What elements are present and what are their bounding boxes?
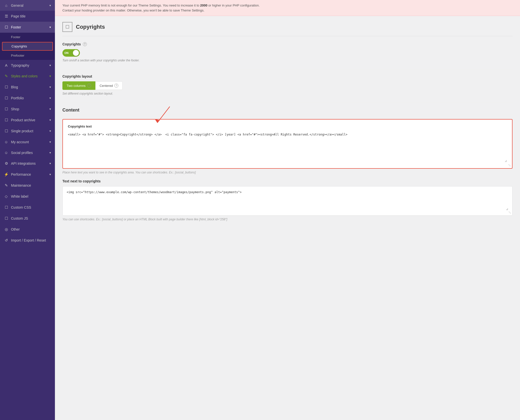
alert-text: Your current PHP memory limit is not eno… [62, 3, 260, 7]
sidebar-sub-footer[interactable]: Footer [0, 33, 55, 41]
chevron-portfolio: ▾ [49, 96, 51, 100]
layout-buttons-group: Two columns ? Centered ? [62, 81, 513, 90]
centered-help-icon[interactable]: ? [114, 84, 118, 88]
performance-icon: ⚡ [4, 172, 8, 177]
custom-js-icon: ☐ [4, 216, 8, 221]
arrow-annotation-container: Copyrights text <small> <a href="#"> <st… [62, 119, 513, 169]
sidebar-label-api: API integrations [11, 161, 36, 165]
centered-label: Centered [100, 84, 113, 88]
sidebar-label-product-archive: Product archive [11, 118, 35, 122]
sidebar-item-maintenance[interactable]: ✎ Maintenance [0, 180, 55, 191]
footer-icon: ☐ [4, 25, 8, 29]
sidebar-item-typography[interactable]: A Typography ▾ [0, 60, 55, 71]
chevron-performance: ▾ [49, 173, 51, 176]
chevron-social-profiles: ▾ [49, 151, 51, 154]
white-label-icon: ◇ [4, 194, 8, 199]
copyrights-text-input[interactable]: <small> <a href="#"> <strong>Copyright</… [68, 132, 507, 162]
copyrights-label: Copyrights ? [62, 42, 513, 46]
sidebar-item-import-export[interactable]: ↺ Import / Export / Reset [0, 235, 55, 246]
copyrights-help-icon[interactable]: ? [83, 42, 87, 46]
sidebar-item-general[interactable]: ⌂ General ▾ [0, 0, 55, 11]
copyrights-toggle-section: Copyrights ? ON Turn on/off a section wi… [62, 42, 513, 62]
text-next-label: Text next to copyrights [62, 179, 513, 183]
sidebar-item-single-product[interactable]: ☐ Single product ▾ [0, 126, 55, 137]
sidebar-label-page-title: Page title [11, 14, 25, 18]
chevron-shop: ▾ [49, 107, 51, 111]
red-arrow-annotation [147, 105, 177, 125]
content-area: ☐ Copyrights Copyrights ? ON Turn on/off… [55, 16, 520, 420]
page-header: ☐ Copyrights [62, 22, 513, 36]
sidebar-label-single-product: Single product [11, 129, 33, 133]
alert-line2: Contact your hosting provider on this ma… [62, 8, 204, 12]
sidebar-label-maintenance: Maintenance [11, 183, 31, 187]
chevron-typography: ▾ [49, 64, 51, 67]
page-icon: ☐ [62, 22, 72, 32]
sidebar-label-social-profiles: Social profiles [11, 151, 33, 155]
chevron-footer: ▾ [49, 25, 51, 29]
sidebar-item-custom-js[interactable]: ☐ Custom JS [0, 213, 55, 224]
text-next-input[interactable]: <img src="https://www.example.com/wp-con… [67, 190, 508, 210]
sidebar-item-styles-colors[interactable]: ✎ Styles and colors ▾ [0, 71, 55, 82]
layout-label: Copyrights layout [62, 74, 513, 78]
chevron-product-archive: ▾ [49, 118, 51, 122]
layout-desc: Set different copyrights section layout. [62, 92, 513, 95]
toggle-label: ON [64, 51, 69, 54]
custom-css-icon: ☐ [4, 205, 8, 210]
two-columns-help-icon[interactable]: ? [87, 84, 91, 88]
typography-icon: A [4, 63, 8, 67]
sidebar-label-import-export: Import / Export / Reset [11, 238, 46, 242]
sidebar-label-other: Other [11, 227, 20, 231]
text-next-card: <img src="https://www.example.com/wp-con… [62, 186, 513, 216]
page-title-icon: ☰ [4, 14, 8, 18]
sidebar-item-white-label[interactable]: ◇ White label [0, 191, 55, 202]
sidebar-item-my-account[interactable]: ☺ My account ▾ [0, 137, 55, 147]
sidebar-label-styles: Styles and colors [11, 74, 38, 78]
single-product-icon: ☐ [4, 129, 8, 133]
content-section: Content Copyrights text <small> <a href=… [62, 108, 513, 221]
sidebar-sub-copyrights[interactable]: Copyrights [2, 42, 53, 51]
two-columns-button[interactable]: Two columns ? [62, 81, 95, 90]
copyrights-text-hint: Place here text you want to see in the c… [62, 171, 513, 174]
resize-handle-2: ⤡ [508, 210, 511, 214]
sidebar: ⌂ General ▾ ☰ Page title ☐ Footer ▾ Foot… [0, 0, 55, 420]
sidebar-item-api-integrations[interactable]: ⚙ API integrations ▾ [0, 158, 55, 169]
copyrights-sub-label: Copyrights [11, 44, 27, 48]
my-account-icon: ☺ [4, 140, 8, 144]
footer-submenu: Footer Copyrights Prefooter [0, 33, 55, 60]
sidebar-label-custom-css: Custom CSS [11, 205, 31, 209]
sidebar-item-custom-css[interactable]: ☐ Custom CSS [0, 202, 55, 213]
home-icon: ⌂ [4, 3, 8, 7]
two-columns-label: Two columns [67, 84, 86, 88]
main-content: Your current PHP memory limit is not eno… [55, 0, 520, 420]
divider-2 [62, 102, 513, 103]
chevron-styles: ▾ [49, 74, 51, 78]
toggle-knob [73, 50, 79, 56]
sidebar-label-typography: Typography [11, 63, 29, 67]
sidebar-label-my-account: My account [11, 140, 29, 144]
import-export-icon: ↺ [4, 238, 8, 243]
sidebar-item-page-title[interactable]: ☰ Page title [0, 11, 55, 22]
text-next-hint: You can use shortcodes. Ex.: [social_but… [62, 218, 513, 221]
sidebar-item-portfolio[interactable]: ☐ Portfolio ▾ [0, 93, 55, 104]
page-title: Copyrights [76, 24, 105, 30]
footer-sub-label: Footer [11, 35, 20, 39]
sidebar-item-shop[interactable]: ☐ Shop ▾ [0, 104, 55, 115]
sidebar-item-product-archive[interactable]: ☐ Product archive ▾ [0, 115, 55, 126]
sidebar-label-performance: Performance [11, 172, 31, 176]
sidebar-item-footer[interactable]: ☐ Footer ▾ [0, 22, 55, 33]
sidebar-sub-prefooter[interactable]: Prefooter [0, 51, 55, 60]
sidebar-item-performance[interactable]: ⚡ Performance ▾ [0, 169, 55, 180]
sidebar-item-social-profiles[interactable]: ☺ Social profiles ▾ [0, 147, 55, 158]
sidebar-item-blog[interactable]: ☐ Blog ▾ [0, 82, 55, 93]
copyrights-toggle[interactable]: ON [62, 49, 80, 57]
copyrights-text-label: Copyrights text [68, 125, 507, 128]
sidebar-label-white-label: White label [11, 194, 28, 198]
sidebar-item-other[interactable]: ◎ Other [0, 224, 55, 235]
sidebar-label-shop: Shop [11, 107, 19, 111]
divider-1 [62, 69, 513, 69]
centered-button[interactable]: Centered ? [95, 81, 123, 90]
chevron-api: ▾ [49, 162, 51, 165]
copyrights-layout-section: Copyrights layout Two columns ? Centered… [62, 74, 513, 95]
api-icon: ⚙ [4, 161, 8, 166]
text-next-section: Text next to copyrights <img src="https:… [62, 179, 513, 221]
